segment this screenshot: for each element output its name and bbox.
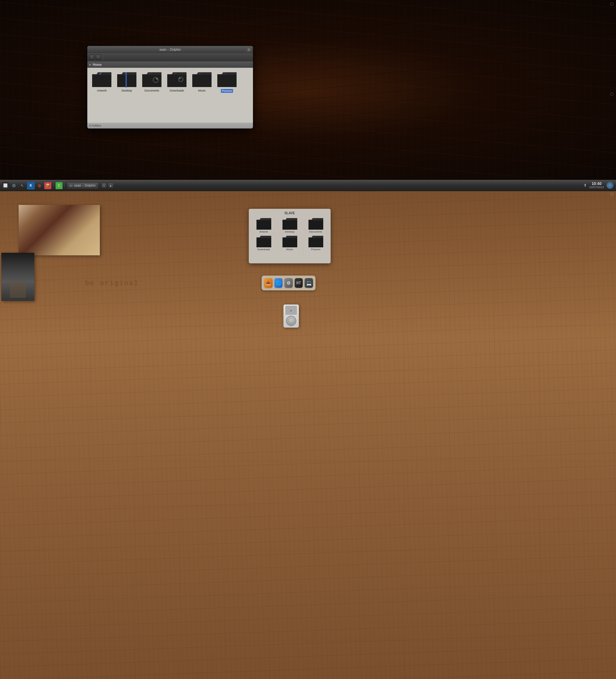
app-icon-install[interactable]: 📥 <box>264 278 273 288</box>
ipod-screen: ▶ <box>285 306 297 315</box>
package-icon: 📦 <box>45 184 50 188</box>
minimize-window-button[interactable]: ▲ <box>108 183 114 189</box>
monitor-icon: C <box>58 184 60 187</box>
dolphin-statusbar: 6 Folders <box>87 123 253 128</box>
folder-music[interactable]: Music <box>190 70 214 93</box>
folder-artwork[interactable]: Artwork <box>90 70 114 93</box>
folder-downloads-label: Downloads <box>170 89 184 92</box>
system-tray-icon[interactable]: ⬆ <box>584 183 587 188</box>
app-icon-terminal[interactable]: 💻 <box>305 278 313 288</box>
slave-documents-label: Documents <box>309 230 322 233</box>
slave-folder-documents[interactable]: Documents <box>303 217 328 233</box>
folder-artwork-label: Artwork <box>97 89 107 92</box>
dolphin-titlebar: sean – Dolphin ⚙ <box>87 46 253 53</box>
folder-music-label: Music <box>198 89 206 92</box>
folder-downloads-icon <box>167 70 187 88</box>
desktop-switcher-icon[interactable]: ⬜ <box>2 182 9 189</box>
folder-pictures[interactable]: Pictures <box>215 70 239 93</box>
folder-documents[interactable]: Documents <box>140 70 164 93</box>
taskbar: ⬜ ⚙ ↖ K ⊕ 📦 C 🗁 sean – Dolphin X <box>0 180 616 191</box>
window-controls: X ▲ <box>101 183 114 189</box>
folder-documents-icon <box>142 70 162 88</box>
corner-deco-2 <box>606 286 610 290</box>
slave-music-icon <box>282 234 298 248</box>
desktop-bottom <box>0 191 616 679</box>
slave-artwork-label: Artwork <box>260 230 268 233</box>
kde-orb-icon[interactable] <box>606 182 613 189</box>
settings-gear-btn[interactable]: ⚙ <box>246 47 251 52</box>
kde-apps-icon[interactable]: K <box>27 182 35 190</box>
dolphin-addressbar: ▶ Home <box>87 61 253 68</box>
dolphin-app-icon: 🗁 <box>70 184 73 187</box>
install-icon: 📥 <box>266 281 271 286</box>
desktop-icon: ⬜ <box>3 184 8 188</box>
desktop-photo-small <box>1 253 34 301</box>
cursor-tool-icon[interactable]: ↖ <box>19 182 26 189</box>
dolphin-content: Artwork Desktop <box>87 68 253 95</box>
status-text: 6 Folders <box>89 124 101 127</box>
browser-icon: ⊕ <box>38 183 41 188</box>
slave-desktop-label: Desktop <box>285 230 294 233</box>
photo-small-detail <box>10 282 26 298</box>
slave-folder-artwork[interactable]: Artwork <box>251 217 276 233</box>
slave-folder-desktop[interactable]: Desktop <box>277 217 302 233</box>
folder-desktop[interactable]: Desktop <box>115 70 139 93</box>
folder-artwork-icon <box>92 70 112 88</box>
conky-icon[interactable]: C <box>56 182 63 189</box>
current-path: Home <box>93 63 102 66</box>
ipod-screen-icon: ▶ <box>290 309 292 312</box>
gear-icon: ⚙ <box>248 48 250 51</box>
clock-widget: 10:40 02/07/2013 <box>589 182 604 189</box>
close-window-button[interactable]: X <box>101 183 107 189</box>
app-icon-settings2[interactable]: ⚙ <box>284 278 293 288</box>
synaptic-icon[interactable]: 📦 <box>44 182 52 189</box>
slave-pictures-icon <box>308 234 323 248</box>
corner-deco-1 <box>610 193 613 196</box>
settings2-icon: ⚙ <box>287 281 291 286</box>
terminal-icon: 💻 <box>306 281 312 286</box>
be-original-text: be original <box>85 280 139 288</box>
ipod-widget: ▶ <box>283 304 299 328</box>
dolphin-app-button[interactable]: 🗁 sean – Dolphin <box>67 182 99 189</box>
svg-rect-0 <box>126 72 127 88</box>
dolphin-app-label: sean – Dolphin <box>74 184 96 187</box>
folder-pictures-icon <box>217 70 237 88</box>
slave-music-label: Music <box>286 248 293 251</box>
slave-pictures-label: Pictures <box>311 248 320 251</box>
kde-menu-icon[interactable]: ⚙ <box>10 182 17 189</box>
dolphin-window: sean – Dolphin ⚙ ‹ › ▶ Home Artwork <box>87 46 253 128</box>
svg-point-4 <box>179 78 181 79</box>
corner-decoration-tr <box>610 3 613 6</box>
slave-desktop-icon <box>282 217 298 230</box>
slave-widget: SLAVE Artwork Desktop <box>249 209 331 263</box>
forward-button[interactable]: › <box>96 55 101 60</box>
folder-downloads[interactable]: Downloads <box>165 70 189 93</box>
monitor2-icon: HT <box>296 281 301 285</box>
ipod-wheel[interactable] <box>286 316 296 326</box>
apps-icon: K <box>30 184 32 187</box>
slave-documents-icon <box>308 217 323 230</box>
folder-pictures-label: Pictures <box>221 89 233 93</box>
app-icon-monitor[interactable]: HT <box>295 278 303 288</box>
slave-downloads-icon <box>256 234 272 248</box>
back-button[interactable]: ‹ <box>89 55 94 60</box>
slave-folder-pictures[interactable]: Pictures <box>303 234 328 251</box>
dolphin-toolbar: ‹ › <box>87 53 253 61</box>
photo-large-content <box>19 205 100 255</box>
slave-widget-title: SLAVE <box>251 211 328 215</box>
slave-folder-music[interactable]: Music <box>277 234 302 251</box>
taskbar-left: ⬜ ⚙ ↖ K ⊕ 📦 C 🗁 sean – Dolphin X <box>0 182 115 190</box>
slave-artwork-icon <box>256 217 272 230</box>
svg-point-2 <box>156 78 158 80</box>
ipod-wheel-center[interactable] <box>289 319 293 323</box>
toolbar-separator <box>103 55 103 60</box>
breadcrumb-arrow: ▶ <box>89 63 92 66</box>
chrome-browser-icon[interactable]: ⊕ <box>36 182 43 189</box>
slave-folder-downloads[interactable]: Downloads <box>251 234 276 251</box>
separator-2 <box>65 183 65 189</box>
folder-music-icon <box>192 70 212 88</box>
slave-downloads-label: Downloads <box>258 248 270 251</box>
slave-folders-grid: Artwork Desktop Documents <box>251 217 328 251</box>
app-icons-widget: 📥 🌐 ⚙ HT 💻 <box>262 276 315 290</box>
app-icon-browser[interactable]: 🌐 <box>274 278 283 288</box>
